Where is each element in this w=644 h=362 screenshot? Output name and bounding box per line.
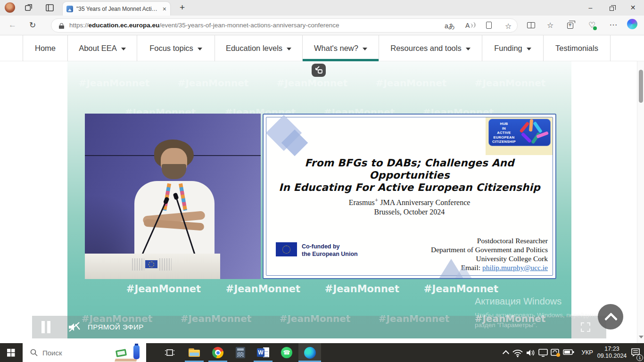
nav-item-home[interactable]: Home <box>23 35 67 61</box>
nav-item-whats-new[interactable]: What's new? <box>302 35 379 61</box>
slide-title-line1: From BFGs to DABs; Challenges And Opport… <box>264 157 555 181</box>
minimize-button[interactable]: – <box>580 0 601 15</box>
nav-item-about-eea[interactable]: About EEA <box>67 35 137 61</box>
taskbar-app-file-explorer[interactable] <box>183 343 205 362</box>
site-navigation: Home About EEA Focus topics Education le… <box>0 35 644 61</box>
volume-icon[interactable] <box>526 349 536 357</box>
close-button[interactable]: ✕ <box>622 0 644 15</box>
eu-cofunded-logo: Co-funded bythe European Union <box>276 242 358 258</box>
clock-time: 17:23 <box>593 346 631 353</box>
slide-title-line2: In Educating For Active European Citizen… <box>264 181 555 194</box>
search-icon <box>30 349 38 356</box>
scrollbar-thumb[interactable] <box>639 70 643 103</box>
edge-icon <box>304 347 316 359</box>
read-aloud-icon[interactable]: A <box>465 22 475 29</box>
task-view-icon <box>165 348 174 357</box>
tab-title: "35 Years of Jean Monnet Actions <box>76 6 159 12</box>
task-view-button[interactable] <box>159 343 181 362</box>
reader-icon[interactable] <box>486 21 492 29</box>
display-icon[interactable] <box>538 349 548 357</box>
picture-in-picture-icon <box>314 66 323 74</box>
settings-more-icon[interactable]: … <box>609 18 618 28</box>
refresh-icon[interactable]: ↻ <box>29 20 36 30</box>
windows-activation-watermark: Активация Windows Чтобы активировать Win… <box>475 296 603 330</box>
scrollbar-down-arrow[interactable] <box>639 336 644 338</box>
nav-label: Resources and tools <box>390 44 461 53</box>
nav-item-funding[interactable]: Funding <box>482 35 543 61</box>
slide-subtitle: Erasmus+ JMA Anniversary Conference <box>264 197 555 207</box>
podium-logo-building <box>132 258 144 271</box>
nav-label: What's new? <box>314 44 358 53</box>
nav-row: Home About EEA Focus topics Education le… <box>23 35 611 61</box>
collections-icon[interactable] <box>567 23 573 30</box>
favorites-icon[interactable]: ☆ <box>547 21 553 30</box>
profile-avatar[interactable] <box>5 2 15 13</box>
taskbar-app-whatsapp[interactable]: ☎ <box>276 343 297 362</box>
watermark: #JeanMonnet <box>277 77 348 89</box>
activation-title: Активация Windows <box>475 296 603 307</box>
hub-logo-text: HUBINACTIVEEUROPEANCITIZENSHIP <box>489 119 519 146</box>
chevron-down-icon <box>198 48 202 50</box>
battery-icon[interactable] <box>563 349 574 355</box>
picture-in-picture-button[interactable] <box>312 64 326 77</box>
tab-actions-icon[interactable] <box>45 3 54 12</box>
translate-icon[interactable]: aあ <box>445 22 455 31</box>
back-icon[interactable]: ← <box>8 20 17 30</box>
browser-essentials-icon[interactable]: ♡ <box>588 20 595 30</box>
nav-item-resources-and-tools[interactable]: Resources and tools <box>379 35 482 61</box>
restore-icon <box>610 7 614 11</box>
favorite-star-icon[interactable]: ☆ <box>505 22 512 31</box>
triangle-decoration <box>455 265 472 279</box>
address-bar[interactable]: https://education.ec.europa.eu/event/35-… <box>51 18 518 33</box>
credit-role: Postdoctoral Researcher <box>431 236 548 245</box>
podium <box>85 254 220 279</box>
wifi-icon[interactable] <box>512 349 523 357</box>
language-indicator[interactable]: УКР <box>581 349 593 356</box>
watermark: #JeanMonnet <box>226 283 300 295</box>
nav-item-testimonials[interactable]: Testimonials <box>543 35 611 61</box>
email-link[interactable]: philip.murphy@ucc.ie <box>482 263 548 272</box>
tab-close-icon[interactable]: × <box>163 6 166 12</box>
hub-logo: HUBINACTIVEEUROPEANCITIZENSHIP <box>488 119 551 146</box>
scroll-to-top-button[interactable] <box>598 304 623 329</box>
tray-expand-icon[interactable] <box>503 350 509 357</box>
action-center-button[interactable]: 1 <box>631 348 640 359</box>
search-daily-illustration <box>115 344 143 362</box>
nav-label: Focus topics <box>149 44 193 53</box>
split-screen-icon[interactable] <box>527 22 535 30</box>
url-text: https://education.ec.europa.eu/event/35-… <box>69 22 339 29</box>
copilot-icon[interactable] <box>627 19 637 29</box>
browser-tab[interactable]: "35 Years of Jean Monnet Actions × <box>63 2 170 16</box>
slide-location: Brussels, October 2024 <box>264 208 555 216</box>
slide-title: From BFGs to DABs; Challenges And Opport… <box>264 157 555 194</box>
mute-icon[interactable] <box>68 321 81 333</box>
calculator-icon <box>236 347 245 358</box>
nav-item-education-levels[interactable]: Education levels <box>215 35 302 61</box>
taskbar-app-calculator[interactable] <box>230 343 251 362</box>
search-input[interactable] <box>42 349 108 357</box>
word-icon: W <box>257 347 269 358</box>
new-tab-button[interactable]: + <box>180 2 185 13</box>
nav-item-focus-topics[interactable]: Focus topics <box>137 35 215 61</box>
taskbar-app-chrome[interactable] <box>207 343 229 362</box>
restore-button[interactable] <box>601 0 622 15</box>
nav-label: Home <box>35 44 56 53</box>
update-status-icon[interactable] <box>551 349 560 357</box>
podium-eu-flag <box>145 260 157 268</box>
url-path: /event/35-years-of-jean-monnet-actions-a… <box>159 22 339 29</box>
nav-label: Education levels <box>226 44 282 53</box>
watermark: #JeanMonnet <box>475 77 546 89</box>
watermark: #JeanMonnet <box>79 77 150 89</box>
pause-button[interactable] <box>41 321 52 333</box>
nav-label: About EEA <box>79 44 117 53</box>
taskbar-app-word[interactable]: W <box>252 343 274 362</box>
page-scrollbar[interactable] <box>637 61 644 343</box>
start-button[interactable] <box>0 343 23 362</box>
clock[interactable]: 17:23 09.10.2024 <box>593 346 631 360</box>
url-scheme: https:// <box>69 22 89 29</box>
taskbar-search[interactable] <box>23 343 146 362</box>
workspaces-icon[interactable] <box>25 3 33 12</box>
taskbar-app-edge-active[interactable] <box>298 343 321 362</box>
screen: "35 Years of Jean Monnet Actions × + – ✕… <box>0 0 644 362</box>
chevron-down-icon <box>287 48 291 50</box>
